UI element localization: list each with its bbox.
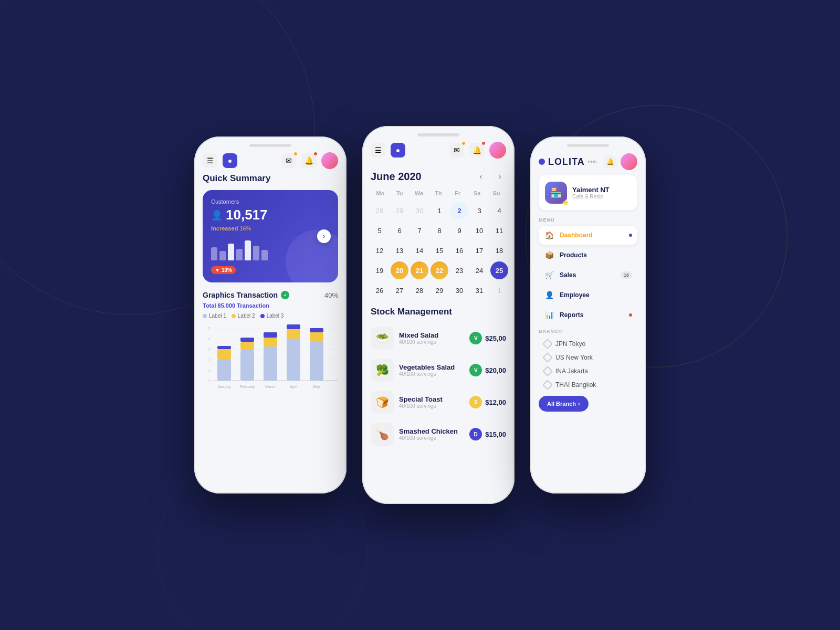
cal-day[interactable]: 17 (470, 242, 488, 259)
chevron-right-icon: › (578, 401, 580, 407)
cal-prev-btn[interactable]: ‹ (475, 170, 487, 183)
cal-day-sel[interactable]: 20 (391, 261, 408, 279)
cal-day[interactable]: 13 (391, 242, 408, 259)
menu-item-reports[interactable]: 📊 Reports (539, 306, 637, 324)
chart-subtitle: Total 85.000 Transaction (203, 302, 338, 309)
stock-img-4: 🍗 (371, 423, 394, 446)
cal-next-btn[interactable]: › (494, 170, 506, 183)
stock-name-3: Special Toast (399, 395, 464, 403)
avatar-1[interactable] (321, 152, 338, 169)
home-btn[interactable]: ● (223, 153, 237, 168)
cal-day[interactable]: 29 (430, 281, 448, 299)
avatar-2[interactable] (489, 142, 506, 159)
cal-day[interactable]: 11 (490, 222, 508, 239)
legend-2: Label 2 (232, 313, 255, 319)
reports-dot (629, 313, 632, 317)
cal-day[interactable]: 28 (371, 202, 388, 219)
cal-day[interactable]: 27 (391, 281, 408, 299)
svg-text:4: 4 (208, 337, 211, 341)
chart-title: Graphics Transaction ✓ (203, 291, 289, 299)
notif-btn-3[interactable]: 🔔 (604, 155, 616, 168)
stock-img-3: 🍞 (371, 391, 394, 414)
cal-day[interactable]: 5 (371, 222, 388, 239)
price-text-1: $25,00 (485, 334, 506, 342)
cal-day-today[interactable]: 2 (450, 202, 468, 219)
menu-item-sales[interactable]: 🛒 Sales 16 (539, 266, 637, 285)
svg-rect-17 (240, 338, 254, 342)
price-badge-1: V (469, 332, 482, 344)
cal-day[interactable]: 19 (371, 261, 388, 279)
mail-btn-2[interactable]: ✉ (449, 143, 464, 158)
branch-item-us[interactable]: US New York (539, 351, 637, 364)
cal-day[interactable]: 6 (391, 222, 408, 239)
menu-label-products: Products (560, 251, 632, 259)
cal-day[interactable]: 9 (450, 222, 468, 239)
topbar2-icons-left: ☰ ● (371, 143, 405, 158)
bar-1 (211, 247, 217, 260)
home-btn-2[interactable]: ● (391, 143, 405, 158)
svg-text:0: 0 (208, 379, 211, 383)
stock-img-2: 🥦 (371, 359, 394, 382)
cal-day[interactable]: 30 (411, 202, 428, 219)
cal-day[interactable]: 23 (450, 261, 468, 279)
svg-text:5: 5 (208, 326, 211, 331)
sidebar-toggle-btn[interactable]: ☰ (203, 153, 217, 168)
stock-info-1: Mixed Salad 40/100 servings (399, 331, 464, 345)
svg-text:May: May (313, 385, 320, 389)
legend-dot-3 (260, 314, 265, 318)
cal-day[interactable]: 4 (490, 202, 508, 219)
cal-day-sel[interactable]: 22 (430, 261, 448, 279)
summary-nav-btn[interactable]: › (317, 229, 331, 243)
cal-day[interactable]: 10 (470, 222, 488, 239)
notif-badge-2 (481, 141, 486, 145)
all-branch-button[interactable]: All Branch › (539, 396, 589, 412)
chart-legend: Label 1 Label 2 Label 3 (203, 313, 338, 319)
cal-day-sel[interactable]: 21 (411, 261, 428, 279)
cal-day[interactable]: 16 (450, 242, 468, 259)
menu-label-employee: Employee (560, 291, 632, 299)
menu-item-employee[interactable]: 👤 Employee (539, 286, 637, 304)
cal-day[interactable]: 28 (411, 281, 428, 299)
notif-btn[interactable]: 🔔 (301, 153, 316, 168)
cal-day[interactable]: 8 (430, 222, 448, 239)
branch-item-jpn[interactable]: JPN Tokyo (539, 337, 637, 351)
menu-item-products[interactable]: 📦 Products (539, 246, 637, 265)
price-text-4: $15,00 (485, 430, 506, 438)
cal-day[interactable]: 24 (470, 261, 488, 279)
cal-day[interactable]: 1 (430, 202, 448, 219)
notif-btn-2[interactable]: 🔔 (469, 143, 484, 158)
branch-item-thai[interactable]: THAI Bangkok (539, 378, 637, 392)
calendar-days: 28 29 30 1 2 3 4 5 6 7 8 9 10 11 12 13 1… (371, 202, 506, 299)
dow-th: Th (429, 188, 448, 198)
svg-rect-15 (240, 350, 254, 381)
cal-day[interactable]: 29 (391, 202, 408, 219)
menu-item-dashboard[interactable]: 🏠 Dashboard (539, 226, 637, 245)
cal-day[interactable]: 30 (450, 281, 468, 299)
price-badge-4: D (469, 428, 482, 440)
cal-day[interactable]: 14 (411, 242, 428, 259)
cal-day[interactable]: 1 (490, 281, 508, 299)
cal-day[interactable]: 3 (470, 202, 488, 219)
cal-day[interactable]: 18 (490, 242, 508, 259)
profile-name: Yaiment NT (572, 186, 610, 194)
cal-day[interactable]: 31 (470, 281, 488, 299)
chart-section: Graphics Transaction ✓ 40% Total 85.000 … (203, 291, 338, 393)
branch-name-us: US New York (555, 354, 593, 361)
cal-day[interactable]: 7 (411, 222, 428, 239)
cal-day[interactable]: 15 (430, 242, 448, 259)
svg-rect-12 (217, 360, 231, 381)
svg-rect-23 (287, 324, 300, 329)
sidebar-toggle-btn-2[interactable]: ☰ (371, 143, 385, 158)
products-icon: 📦 (544, 250, 554, 260)
avatar-3[interactable] (621, 153, 637, 170)
cal-day[interactable]: 12 (371, 242, 388, 259)
topbar-2: ☰ ● ✉ 🔔 (371, 136, 506, 163)
cal-day-end[interactable]: 25 (490, 261, 508, 279)
branch-item-ina[interactable]: INA Jakarta (539, 364, 637, 378)
svg-rect-21 (287, 339, 300, 381)
cal-day[interactable]: 26 (371, 281, 388, 299)
mail-btn[interactable]: ✉ (281, 153, 296, 168)
stock-name-1: Mixed Salad (399, 331, 464, 339)
svg-text:3: 3 (208, 347, 211, 352)
legend-3: Label 3 (260, 313, 284, 319)
